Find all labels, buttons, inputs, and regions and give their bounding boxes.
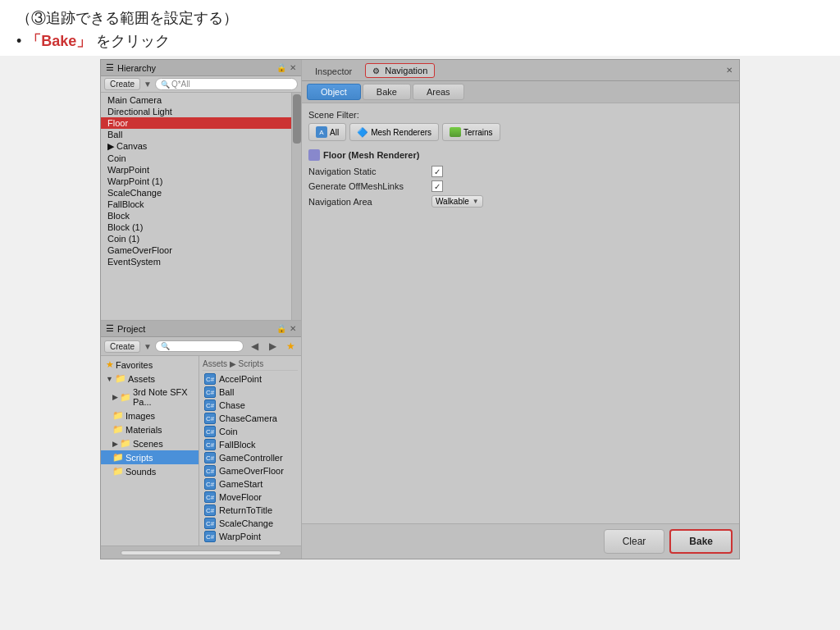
hier-block1[interactable]: Block (1) [101, 221, 291, 233]
movefloor-label: MoveFloor [219, 492, 262, 502]
project-bottom-bar [101, 546, 301, 559]
hier-main-camera[interactable]: Main Camera [101, 94, 291, 106]
asset-returntotitle[interactable]: C# ReturnToTitle [203, 504, 298, 517]
asset-scalechange[interactable]: C# ScaleChange [203, 517, 298, 530]
coin-label: Coin [219, 427, 238, 436]
scenes-arrow-icon: ▶ [112, 440, 118, 448]
project-scroll-slider[interactable] [121, 550, 281, 555]
nav-area-dropdown[interactable]: Walkable ▼ [431, 195, 483, 208]
project-search[interactable]: 🔍 [155, 340, 244, 352]
scenes-label: Scenes [133, 439, 163, 449]
asset-warppoint[interactable]: C# WarpPoint [203, 530, 298, 543]
tree-sounds[interactable]: 📁 Sounds [101, 464, 199, 478]
3rdnote-arrow-icon: ▶ [112, 393, 118, 401]
tree-favorites[interactable]: ★ Favorites [101, 358, 199, 372]
filter-all-label: All [330, 128, 339, 137]
bake-highlight: 「Bake」 [26, 31, 91, 51]
asset-chase[interactable]: C# Chase [203, 399, 298, 412]
hierarchy-header: ☰ Hierarchy 🔒 ✕ [101, 60, 301, 76]
filter-all-btn[interactable]: A All [308, 123, 346, 141]
hierarchy-create-btn[interactable]: Create [104, 78, 140, 90]
tree-assets[interactable]: ▼ 📁 Assets [101, 372, 199, 386]
hier-warppoint[interactable]: WarpPoint [101, 164, 291, 176]
mesh-renderer-header: Floor (Mesh Renderer) [308, 149, 733, 161]
tree-images[interactable]: 📁 Images [101, 409, 199, 422]
clear-btn[interactable]: Clear [604, 529, 665, 554]
nav-area-row: Navigation Area Walkable ▼ [308, 195, 733, 208]
project-close-icon: ✕ [290, 324, 296, 333]
asset-gamestart[interactable]: C# GameStart [203, 477, 298, 491]
hier-ball[interactable]: Ball [101, 129, 291, 140]
hierarchy-search[interactable]: 🔍 Q*All [155, 78, 298, 90]
filter-terrain-btn[interactable]: Terrains [442, 123, 500, 141]
hierarchy-menu-icon: ☰ [106, 62, 114, 73]
hier-eventsystem[interactable]: EventSystem [101, 256, 291, 267]
hier-warppoint1[interactable]: WarpPoint (1) [101, 176, 291, 187]
sounds-folder-icon: 📁 [112, 466, 124, 477]
assets-arrow-icon: ▼ [106, 375, 113, 383]
hier-fallblock[interactable]: FallBlock [101, 199, 291, 210]
asset-chasecamera[interactable]: C# ChaseCamera [203, 412, 298, 425]
unity-editor: ☰ Hierarchy 🔒 ✕ Create ▼ 🔍 Q*All [100, 59, 740, 559]
gameoverfloor-label: GameOverFloor [219, 466, 284, 476]
gamestart-icon: C# [204, 478, 216, 490]
tree-scripts[interactable]: 📁 Scripts [101, 450, 199, 464]
bake-btn[interactable]: Bake [669, 529, 733, 554]
annotation-bullet: • 「Bake」 をクリック [16, 31, 824, 51]
tab-inspector[interactable]: Inspector [305, 62, 362, 80]
gamecontroller-icon: C# [204, 452, 216, 463]
hier-block[interactable]: Block [101, 210, 291, 221]
tree-3rdnote[interactable]: ▶ 📁 3rd Note SFX Pa... [101, 386, 199, 409]
hier-floor[interactable]: Floor [101, 117, 291, 129]
tree-scenes[interactable]: ▶ 📁 Scenes [101, 436, 199, 450]
nav-static-checkbox[interactable]: ✓ [431, 166, 443, 177]
nav-icon: ⚙ [372, 66, 380, 75]
materials-folder-icon: 📁 [112, 424, 124, 435]
gen-offmesh-checkbox[interactable]: ✓ [431, 180, 443, 192]
project-create-btn[interactable]: Create [104, 340, 140, 353]
asset-movefloor[interactable]: C# MoveFloor [203, 491, 298, 504]
nav-static-row: Navigation Static ✓ [308, 166, 733, 177]
ball-label: Ball [219, 387, 234, 397]
project-menu-icon: ☰ [106, 323, 114, 334]
project-lock-icon: 🔒 [276, 324, 286, 333]
favorites-label: Favorites [116, 360, 153, 370]
3rdnote-folder-icon: 📁 [120, 392, 131, 403]
project-assets-content: Assets ▶ Scripts C# AccelPoint C# Ball C… [199, 356, 301, 546]
asset-accelpoint[interactable]: C# AccelPoint [203, 372, 298, 386]
hier-canvas[interactable]: ▶ Canvas [101, 140, 291, 153]
project-star-btn[interactable]: ★ [283, 339, 298, 354]
mesh-small-icon [308, 149, 320, 161]
coin-icon: C# [204, 426, 216, 437]
project-icon-btn1[interactable]: ◀ [247, 339, 262, 354]
asset-coin[interactable]: C# Coin [203, 425, 298, 438]
subtab-areas[interactable]: Areas [413, 84, 464, 100]
tree-materials[interactable]: 📁 Materials [101, 422, 199, 436]
asset-gameoverfloor[interactable]: C# GameOverFloor [203, 464, 298, 477]
hier-gameoverfloor[interactable]: GameOverFloor [101, 244, 291, 256]
hierarchy-lock-icon: 🔒 [276, 63, 286, 72]
asset-fallblock[interactable]: C# FallBlock [203, 438, 298, 451]
hierarchy-scrollbar[interactable] [291, 93, 301, 320]
hierarchy-scroll-thumb[interactable] [293, 94, 301, 144]
hier-scalechange[interactable]: ScaleChange [101, 187, 291, 199]
filter-mesh-btn[interactable]: 🔷 Mesh Renderers [349, 123, 439, 141]
hier-coin1[interactable]: Coin (1) [101, 233, 291, 244]
nav-area-value: Walkable [436, 197, 469, 206]
warppoint-label: WarpPoint [219, 532, 261, 541]
nav-close-icon: ✕ [726, 66, 733, 75]
asset-gamecontroller[interactable]: C# GameController [203, 451, 298, 464]
hier-coin[interactable]: Coin [101, 153, 291, 164]
tab-navigation[interactable]: ⚙ Navigation [365, 63, 435, 78]
images-label: Images [126, 411, 155, 421]
returntotitle-label: ReturnToTitle [219, 505, 272, 515]
gameoverfloor-icon: C# [204, 465, 216, 477]
assets-folder-icon: 📁 [115, 373, 126, 384]
subtab-bake[interactable]: Bake [363, 84, 411, 100]
subtab-object[interactable]: Object [307, 84, 361, 100]
project-icon-btn2[interactable]: ▶ [265, 339, 280, 354]
chasecamera-label: ChaseCamera [219, 413, 277, 423]
asset-ball[interactable]: C# Ball [203, 386, 298, 399]
hier-directional-light[interactable]: Directional Light [101, 106, 291, 117]
chase-icon: C# [204, 399, 216, 411]
